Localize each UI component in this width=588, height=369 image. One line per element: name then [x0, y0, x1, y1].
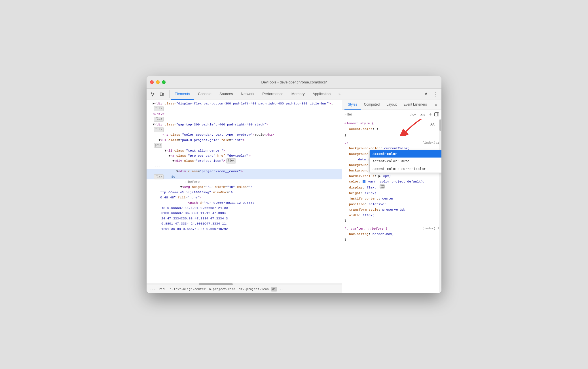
styles-scrollbar-thumb[interactable] [439, 119, 441, 131]
traffic-lights [150, 80, 166, 84]
tab-console[interactable]: Console [194, 89, 215, 100]
tab-sources[interactable]: Sources [215, 89, 237, 100]
tab-event-listeners[interactable]: Event Listeners [400, 100, 430, 110]
settings-icon[interactable] [422, 90, 430, 98]
breadcrumb-item[interactable]: a.project-card [208, 287, 236, 292]
dom-horizontal-scrollbar[interactable] [147, 283, 342, 285]
toolbar-icons [149, 90, 170, 98]
dom-line: ▼<div class="gap-top-300 pad-left-400 pa… [147, 122, 342, 133]
device-mode-icon[interactable] [158, 90, 166, 98]
main-tabs: Elements Console Sources Network Perform… [171, 89, 345, 100]
autocomplete-item-2[interactable]: accent-color: currentcolor [370, 165, 441, 173]
breadcrumb-item[interactable]: rid [158, 287, 166, 292]
dom-line: ▶<div class="display-flex pad-bottom-300… [147, 101, 342, 112]
svg-rect-6 [382, 185, 383, 186]
css-source-index1[interactable]: (index):1 [422, 140, 439, 146]
dom-line: <path d="M24 0.666748C11.12 0.6667 48 0.… [147, 200, 342, 232]
window-title: DevTools - developer.chrome.com/docs/ [261, 80, 327, 84]
tab-more[interactable]: » [335, 89, 344, 100]
css-property-color: color: var(--color-project-default); [344, 179, 439, 184]
css-property-justify-content: justify-content: center; [344, 196, 439, 202]
css-property-name: accent-color [349, 127, 373, 131]
css-property-line: accent-color: ; [344, 126, 439, 132]
svg-rect-8 [380, 187, 382, 188]
css-selector-universal: *, ::after, ::before { [344, 227, 388, 230]
styles-filter-input[interactable] [344, 112, 407, 116]
dom-panel: ▶<div class="display-flex pad-bottom-300… [147, 100, 342, 293]
css-property-width: width: 128px; [344, 213, 439, 218]
dom-line: <h2 class="color-secondary-text type--ey… [147, 132, 342, 137]
css-selector-p: .p [344, 141, 348, 145]
tab-performance[interactable]: Performance [258, 89, 287, 100]
svg-rect-5 [380, 185, 382, 186]
css-rule-universal: *, ::after, ::before { (index):1 box-siz… [342, 225, 441, 243]
breadcrumb-item-active[interactable]: di [271, 287, 277, 292]
svg-rect-0 [160, 93, 162, 96]
styles-tabs: Styles Computed Layout Event Listeners » [342, 100, 441, 110]
add-style-rule-icon[interactable]: + [428, 112, 433, 117]
svg-rect-2 [435, 112, 439, 116]
more-options-icon[interactable]: ⋮ [431, 90, 439, 98]
dom-line-selected[interactable]: ▼<div class="project-icon__cover"> flex … [147, 169, 342, 179]
devtools-window: DevTools - developer.chrome.com/docs/ El… [147, 76, 441, 293]
dom-line-dots: ... [147, 164, 342, 169]
close-button[interactable] [150, 80, 154, 84]
element-style-close: } [342, 132, 441, 139]
filter-hov-button[interactable]: :hov [408, 112, 418, 117]
css-property-position: position: relative; [344, 202, 439, 207]
css-property-box-sizing: box-sizing: border-box; [344, 231, 439, 237]
css-selector: element.style { [344, 121, 374, 125]
breadcrumb-item[interactable]: ... [278, 287, 286, 292]
color-swatch[interactable] [363, 180, 365, 183]
css-property-transform-style: transform-style: preserve-3d; [344, 207, 439, 213]
breadcrumb-item[interactable]: ... [149, 287, 157, 292]
dom-scrollbar-thumb[interactable] [199, 283, 233, 285]
dom-content[interactable]: ▶<div class="display-flex pad-bottom-300… [147, 100, 342, 283]
maximize-button[interactable] [162, 80, 166, 84]
breadcrumb-item[interactable]: div.project-icon [238, 287, 270, 292]
svg-rect-10 [383, 187, 384, 188]
tab-elements[interactable]: Elements [171, 89, 194, 100]
autocomplete-item-0[interactable]: accent-color [370, 150, 441, 158]
css-property-display: display: flex; [344, 184, 439, 190]
dom-line: ▼<li class="text-align-center"> [147, 148, 342, 153]
tab-layout[interactable]: Layout [383, 100, 400, 110]
inspect-icon[interactable] [149, 90, 157, 98]
svg-rect-9 [382, 187, 383, 188]
filter-cls-button[interactable]: .cls [419, 112, 427, 117]
devtools-body: ▶<div class="display-flex pad-bottom-300… [147, 100, 441, 293]
breadcrumb-item[interactable]: li.text-align-center [167, 287, 207, 292]
titlebar: DevTools - developer.chrome.com/docs/ [147, 76, 441, 89]
flex-grid-icon[interactable] [380, 184, 385, 188]
tab-application[interactable]: Application [309, 89, 335, 100]
minimize-button[interactable] [156, 80, 160, 84]
dom-line: ▼<div class="project-icon">flex [147, 158, 342, 163]
tab-styles[interactable]: Styles [344, 100, 361, 110]
svg-rect-1 [163, 93, 164, 95]
tab-memory[interactable]: Memory [287, 89, 309, 100]
dom-line: ▼<svg height="48" width="48" xmlns="h tt… [147, 184, 342, 200]
styles-scrollbar[interactable] [439, 119, 441, 293]
breadcrumb: ... rid li.text-align-center a.project-c… [147, 285, 342, 293]
dom-line: ▼<a class="project-card" href="devtools/… [147, 153, 342, 158]
toolbar-right: ⋮ [422, 90, 439, 98]
text-size-toggle[interactable]: AA [430, 121, 435, 127]
styles-tabs-more[interactable]: » [433, 102, 439, 107]
css-source-index2[interactable]: (index):1 [422, 226, 439, 231]
autocomplete-dropdown: accent-color accent-color: auto accent-c… [369, 150, 441, 173]
dom-line: ::before [147, 179, 342, 184]
devtools-toolbar: Elements Console Sources Network Perform… [147, 89, 441, 100]
tab-computed[interactable]: Computed [361, 100, 383, 110]
styles-panel: Styles Computed Layout Event Listeners »… [342, 100, 441, 293]
styles-content[interactable]: AA element.style { accent-color: ; accen… [342, 119, 441, 293]
svg-rect-7 [383, 185, 384, 186]
tab-network[interactable]: Network [237, 89, 259, 100]
toggle-sidebar-icon[interactable] [434, 112, 439, 117]
dom-line: ▼<ul class="pad-0 project-grid" role="li… [147, 138, 342, 148]
element-style-rule: element.style { accent-color: ; accent-c… [342, 120, 441, 132]
css-property-border-radius: border-radius: 6px; [344, 173, 439, 179]
css-property-height: height: 128px; [344, 190, 439, 196]
styles-filter-bar: :hov .cls + [342, 110, 441, 119]
dom-line: </div> flex [147, 112, 342, 122]
autocomplete-item-1[interactable]: accent-color: auto [370, 158, 441, 165]
